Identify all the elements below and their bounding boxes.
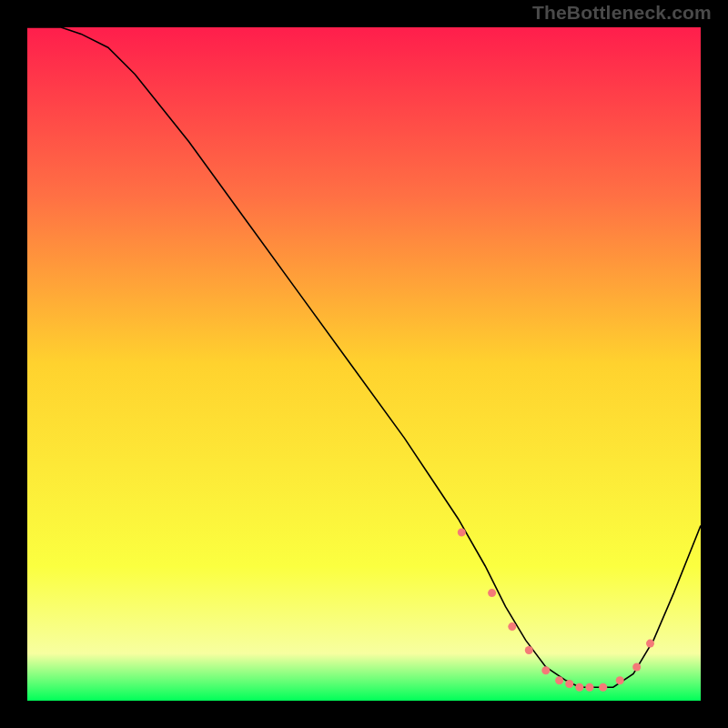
highlight-dot — [555, 676, 563, 684]
chart-svg — [27, 27, 701, 701]
highlight-dot — [646, 640, 654, 648]
chart-container: TheBottleneck.com — [0, 0, 728, 728]
highlight-dot — [488, 589, 496, 597]
highlight-dot — [565, 680, 573, 688]
highlight-dot — [458, 529, 466, 537]
highlight-dot — [575, 683, 583, 692]
highlight-dot — [632, 663, 641, 672]
highlight-dot — [508, 622, 516, 631]
highlight-dot — [541, 666, 550, 674]
highlight-dot — [599, 683, 607, 692]
highlight-dot — [525, 646, 533, 654]
gradient-background — [27, 27, 701, 701]
highlight-dot — [585, 683, 593, 692]
plot-area — [27, 27, 701, 701]
highlight-dot — [616, 676, 624, 684]
watermark-text: TheBottleneck.com — [532, 2, 712, 24]
